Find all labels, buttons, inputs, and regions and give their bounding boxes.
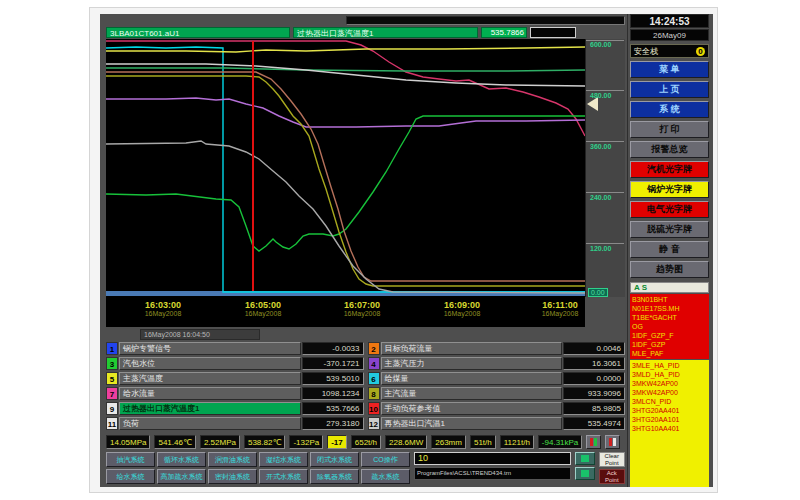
legend-row-1[interactable]: 1锅炉专警信号-0.0033	[106, 342, 364, 355]
trend-mini-button-1[interactable]	[575, 452, 595, 465]
y-tick	[586, 192, 624, 193]
alarm-entry[interactable]: 1IDF_GZP_F	[632, 331, 707, 340]
system-button[interactable]: 开式水系统	[259, 469, 308, 484]
pen-value: 0.0000	[563, 372, 625, 385]
alarm-entry[interactable]: 3HTG20AA101	[632, 415, 707, 424]
legend-row-2[interactable]: 2目标负荷流量0.0046	[368, 342, 626, 355]
system-button[interactable]: 凝结水系统	[259, 452, 308, 467]
system-button[interactable]: 抽汽系统	[106, 452, 155, 467]
status-value-chip: 2.52MPa	[200, 435, 240, 449]
ack-point-button[interactable]: Ack Point	[599, 469, 625, 484]
alarm-list-yellow[interactable]: 3MLE_HA_PID3MLD_HA_PID3MKW42AP003MKW42AP…	[630, 360, 709, 487]
system-button[interactable]: 除氧器系统	[310, 469, 359, 484]
alarm-entry[interactable]: 3HTG20AA401	[632, 406, 707, 415]
pen-name[interactable]: 锅炉专警信号	[119, 342, 301, 355]
sidebar-button[interactable]: 上 页	[630, 81, 709, 98]
sidebar-button[interactable]: 报警总览	[630, 141, 709, 158]
trend-line-drum-level	[106, 116, 585, 251]
system-button[interactable]: 循环水系统	[157, 452, 206, 467]
alarm-list-red[interactable]: B3N01BHTN01E17SS.MHT1BE*GACHTOG1IDF_GZP_…	[630, 294, 709, 359]
interval-input[interactable]: 10	[414, 452, 571, 465]
alarm-entry[interactable]: 3MKW42AP00	[632, 388, 707, 397]
pen-name[interactable]: 给水流量	[119, 387, 301, 400]
system-button[interactable]: 润滑油系统	[208, 452, 257, 467]
legend-row-3[interactable]: 3汽包水位-370.1721	[106, 357, 364, 370]
legend-row-6[interactable]: 6给煤量0.0000	[368, 372, 626, 385]
status-value-chip: 51t/h	[470, 435, 496, 449]
alarm-entry[interactable]: 3MLD_HA_PID	[632, 370, 707, 379]
legend-row-10[interactable]: 10手动负荷参考值85.9805	[368, 402, 626, 415]
pen-name[interactable]: 主蒸汽温度	[119, 372, 301, 385]
system-button[interactable]: 给水系统	[106, 469, 155, 484]
pen-value: 1098.1234	[302, 387, 364, 400]
legend-row-4[interactable]: 4主蒸汽压力16.3061	[368, 357, 626, 370]
system-button[interactable]: 密封油系统	[208, 469, 257, 484]
pen-name[interactable]: 给煤量	[381, 372, 563, 385]
pen-name[interactable]: 过热器出口蒸汽温度1	[119, 402, 301, 415]
trend-tool-button-1[interactable]	[586, 435, 601, 449]
alarm-entry[interactable]: 3MLCN_PID	[632, 397, 707, 406]
legend-row-8[interactable]: 8主汽流量933.9096	[368, 387, 626, 400]
safety-stack-label: 安全栈	[634, 46, 658, 57]
legend-row-9[interactable]: 9过热器出口蒸汽温度1535.7666	[106, 402, 364, 415]
trend-chart[interactable]	[106, 39, 585, 297]
indicator-bar-icon	[613, 438, 616, 446]
alarm-entry[interactable]: T1BE*GACHT	[632, 313, 707, 322]
sidebar-button[interactable]: 趋势图	[630, 261, 709, 278]
pen-name[interactable]: 再热器出口汽温1	[381, 417, 563, 430]
scale-marker-triangle-icon[interactable]	[587, 97, 598, 111]
curve-title-bar[interactable]: 过热器出口蒸汽温度1	[293, 27, 478, 38]
sidebar-button[interactable]: 脱硫光字牌	[630, 221, 709, 238]
indicator-bar-icon	[594, 438, 597, 446]
pen-name[interactable]: 汽包水位	[119, 357, 301, 370]
point-input-box[interactable]	[530, 27, 576, 38]
pen-value: 535.4974	[563, 417, 625, 430]
sidebar-button[interactable]: 锅炉光字牌	[630, 181, 709, 198]
x-tick-time: 16:09:00	[444, 300, 481, 310]
safety-stack-indicator[interactable]: 安全栈 0	[630, 44, 709, 58]
sidebar-button[interactable]: 静 音	[630, 241, 709, 258]
alarm-entry[interactable]: 3MKW42AP00	[632, 379, 707, 388]
pen-name[interactable]: 负荷	[119, 417, 301, 430]
y-tick-label: 240.00	[590, 194, 611, 201]
clock-time: 14:24:53	[630, 14, 709, 28]
system-button[interactable]: CO操作	[361, 452, 410, 467]
alarm-entry[interactable]: 3MLE_HA_PID	[632, 361, 707, 370]
pen-color-swatch: 4	[368, 357, 380, 370]
sidebar-button[interactable]: 系 统	[630, 101, 709, 118]
system-button[interactable]: 疏水系统	[361, 469, 410, 484]
legend-column-left: 1锅炉专警信号-0.00333汽包水位-370.17215主蒸汽温度539.50…	[106, 342, 364, 430]
pen-value: -370.1721	[302, 357, 364, 370]
system-button[interactable]: 闭式水系统	[310, 452, 359, 467]
alarm-entry[interactable]: OG	[632, 322, 707, 331]
sidebar-button[interactable]: 菜 单	[630, 61, 709, 78]
point-tag-bar[interactable]: 3LBA01CT601.aU1	[106, 27, 290, 38]
indicator-bar-icon	[609, 438, 612, 446]
trend-tool-button-2[interactable]	[605, 435, 620, 449]
legend-grid: 1锅炉专警信号-0.00333汽包水位-370.17215主蒸汽温度539.50…	[106, 342, 625, 430]
status-bar: 14.05MPa541.46℃2.52MPa538.82℃-132Pa-1765…	[106, 433, 625, 450]
status-value-chip: 14.05MPa	[106, 435, 150, 449]
status-value-chip: 541.46℃	[154, 435, 195, 449]
legend-row-7[interactable]: 7给水流量1098.1234	[106, 387, 364, 400]
trend-mini-button-2[interactable]	[575, 467, 595, 480]
pen-name[interactable]: 手动负荷参考值	[381, 402, 563, 415]
alarm-entry[interactable]: 3HTG10AA401	[632, 424, 707, 433]
alarm-entry[interactable]: N01E17SS.MH	[632, 304, 707, 313]
sidebar-button[interactable]: 电气光字牌	[630, 201, 709, 218]
pen-name[interactable]: 目标负荷流量	[381, 342, 563, 355]
legend-row-12[interactable]: 12再热器出口汽温1535.4974	[368, 417, 626, 430]
system-button[interactable]: 高加疏水系统	[157, 469, 206, 484]
pen-value: 85.9805	[563, 402, 625, 415]
clear-point-button[interactable]: Clear Point	[599, 452, 625, 467]
legend-row-5[interactable]: 5主蒸汽温度539.5010	[106, 372, 364, 385]
sidebar-button[interactable]: 打 印	[630, 121, 709, 138]
pen-name[interactable]: 主汽流量	[381, 387, 563, 400]
sidebar-button[interactable]: 汽机光字牌	[630, 161, 709, 178]
clock-date: 26May09	[630, 29, 709, 41]
alarm-entry[interactable]: 1IDF_GZP	[632, 340, 707, 349]
alarm-entry[interactable]: MLE_PAF	[632, 349, 707, 358]
alarm-entry[interactable]: B3N01BHT	[632, 295, 707, 304]
pen-name[interactable]: 主蒸汽压力	[381, 357, 563, 370]
legend-row-11[interactable]: 11负荷279.3180	[106, 417, 364, 430]
